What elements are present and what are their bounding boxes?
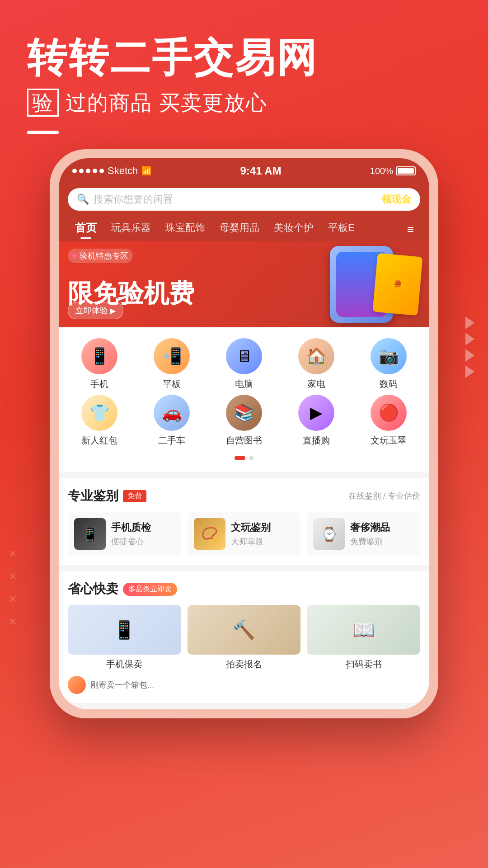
verified-char: 验 <box>27 89 59 117</box>
banner-arrow-icon: ▶ <box>110 307 116 315</box>
live-icon: ▶ <box>298 395 334 431</box>
hamburger-icon[interactable]: ≡ <box>401 219 420 240</box>
carrier-label: Sketch <box>108 165 138 177</box>
appraisal-watch-img: ⌚ <box>313 518 345 550</box>
quick-sell-book[interactable]: 📖 扫码卖书 <box>307 605 420 670</box>
category-phone[interactable]: 📱 手机 <box>67 338 132 390</box>
banner-button[interactable]: 立即体验 ▶ <box>68 302 123 319</box>
appraisal-phone-desc: 便捷省心 <box>111 536 151 547</box>
dot-2 <box>249 456 253 460</box>
appraisal-link[interactable]: 在线鉴别 / 专业估价 <box>348 491 420 501</box>
car-icon: 🚗 <box>154 395 190 431</box>
appraisal-item-luxury[interactable]: ⌚ 奢侈潮品 免费鉴别 <box>307 512 420 556</box>
tab-jewelry[interactable]: 珠宝配饰 <box>158 217 212 241</box>
category-phone-label: 手机 <box>90 378 108 390</box>
appraisal-title: 专业鉴别 <box>68 487 118 505</box>
quick-sell-badge[interactable]: 多品类立即卖 <box>123 583 177 596</box>
signal-dots <box>72 169 104 173</box>
battery-section: 100% <box>370 166 416 176</box>
quick-sell-section: 省心快卖 多品类立即卖 📱 手机保卖 🔨 拍卖报名 <box>59 571 429 703</box>
appraisal-beads-desc: 大师掌眼 <box>231 536 271 547</box>
appraisal-beads-name: 文玩鉴别 <box>231 521 271 534</box>
wifi-icon: 📶 <box>141 166 151 176</box>
category-used-car[interactable]: 🚗 二手车 <box>139 395 204 447</box>
qs-book-img: 📖 <box>307 605 420 655</box>
user-activity: 刚寄卖一个箱包... <box>68 676 420 694</box>
bg-decoration: ×××× <box>9 542 21 633</box>
user-activity-text: 刚寄卖一个箱包... <box>90 679 154 690</box>
pc-icon: 🖥 <box>226 338 262 374</box>
watch-img-bg: ⌚ <box>313 518 345 550</box>
tab-tablet[interactable]: 平板E <box>321 217 362 241</box>
appraisal-items: 📱 手机质检 便捷省心 📿 文玩鉴别 <box>68 512 420 556</box>
category-live[interactable]: ▶ 直播购 <box>284 395 349 447</box>
status-bar: Sketch 📶 9:41 AM 100% <box>59 158 429 182</box>
app-content: 验机特惠专区 限免验机费 立即体验 ▶ 券 <box>59 241 429 709</box>
phone-mockup: Sketch 📶 9:41 AM 100% 🔍 搜索你想要的闲置 领现金 <box>50 149 438 718</box>
qs-phone-label: 手机保卖 <box>106 658 142 670</box>
banner-badge: 验机特惠专区 <box>68 249 133 263</box>
beads-img-bg: 📿 <box>194 518 225 550</box>
cash-action-label[interactable]: 领现金 <box>381 193 411 206</box>
category-section: 📱 手机 📲 平板 🖥 电脑 🏠 家电 <box>59 327 429 472</box>
books-icon: 📚 <box>226 395 262 431</box>
category-books[interactable]: 📚 自营图书 <box>211 395 277 447</box>
quick-sell-auction[interactable]: 🔨 拍卖报名 <box>188 605 301 670</box>
antique-icon: 🔴 <box>371 395 407 431</box>
newbie-icon: 👕 <box>81 395 117 431</box>
quick-sell-items: 📱 手机保卖 🔨 拍卖报名 📖 扫码卖书 <box>68 605 420 670</box>
qs-auction-img: 🔨 <box>188 605 301 655</box>
appraisal-phone-info: 手机质检 便捷省心 <box>111 521 151 547</box>
digital-icon: 📷 <box>371 338 407 374</box>
tablet-icon: 📲 <box>154 338 190 374</box>
promo-banner[interactable]: 验机特惠专区 限免验机费 立即体验 ▶ 券 <box>59 241 429 327</box>
tab-baby[interactable]: 母婴用品 <box>212 217 267 241</box>
search-icon: 🔍 <box>77 193 89 205</box>
battery-icon <box>396 166 416 175</box>
category-appliance-label: 家电 <box>307 378 325 390</box>
qs-phone-img: 📱 <box>68 605 181 655</box>
tab-home[interactable]: 首页 <box>68 217 104 241</box>
search-bar[interactable]: 🔍 搜索你想要的闲置 领现金 <box>68 188 420 211</box>
time-display: 9:41 AM <box>240 165 281 177</box>
tab-beauty[interactable]: 美妆个护 <box>267 217 321 241</box>
header-section: 转转二手交易网 验 过的商品 买卖更放心 <box>0 0 488 152</box>
user-avatar <box>68 676 86 694</box>
tab-toys[interactable]: 玩具乐器 <box>104 217 158 241</box>
dot-1 <box>235 456 245 460</box>
qs-book-label: 扫码卖书 <box>346 658 382 670</box>
category-appliance[interactable]: 🏠 家电 <box>284 338 349 390</box>
quick-sell-header: 省心快卖 多品类立即卖 <box>68 580 420 598</box>
quick-sell-phone[interactable]: 📱 手机保卖 <box>68 605 181 670</box>
appraisal-header: 专业鉴别 免费 在线鉴别 / 专业估价 <box>68 487 420 505</box>
qs-auction-label: 拍卖报名 <box>226 658 262 670</box>
category-row-1: 📱 手机 📲 平板 🖥 电脑 🏠 家电 <box>63 338 425 390</box>
search-placeholder: 搜索你想要的闲置 <box>94 193 411 206</box>
appraisal-luxury-name: 奢侈潮品 <box>350 521 390 534</box>
category-newbie-label: 新人红包 <box>81 434 117 447</box>
appraisal-section: 专业鉴别 免费 在线鉴别 / 专业估价 📱 手机质检 便捷省心 <box>59 478 429 565</box>
phone-img-bg: 📱 <box>74 518 106 550</box>
app-header: 🔍 搜索你想要的闲置 领现金 首页 玩具乐器 珠宝配饰 <box>59 182 429 241</box>
category-pc[interactable]: 🖥 电脑 <box>211 338 277 390</box>
category-antique[interactable]: 🔴 文玩玉翠 <box>356 395 421 447</box>
phone-icon: 📱 <box>81 338 117 374</box>
category-digital[interactable]: 📷 数码 <box>356 338 421 390</box>
category-car-label: 二手车 <box>158 434 185 447</box>
category-live-label: 直播购 <box>303 434 330 447</box>
app-subtitle: 验 过的商品 买卖更放心 <box>27 89 461 117</box>
category-antique-label: 文玩玉翠 <box>371 434 407 447</box>
header-divider <box>27 131 59 134</box>
appraisal-phone-name: 手机质检 <box>111 521 151 534</box>
category-books-label: 自营图书 <box>226 434 262 447</box>
category-tablet[interactable]: 📲 平板 <box>139 338 204 390</box>
page-indicator <box>63 451 425 467</box>
appraisal-item-phone[interactable]: 📱 手机质检 便捷省心 <box>68 512 181 556</box>
banner-coupon-illustration: 券 <box>373 253 423 316</box>
category-newbie[interactable]: 👕 新人红包 <box>67 395 132 447</box>
app-title: 转转二手交易网 <box>27 36 461 80</box>
category-digital-label: 数码 <box>380 378 398 390</box>
appraisal-item-beads[interactable]: 📿 文玩鉴别 大师掌眼 <box>188 512 301 556</box>
nav-tabs: 首页 玩具乐器 珠宝配饰 母婴用品 美妆个护 平板E <box>68 217 420 241</box>
chevrons-decoration <box>465 316 474 378</box>
